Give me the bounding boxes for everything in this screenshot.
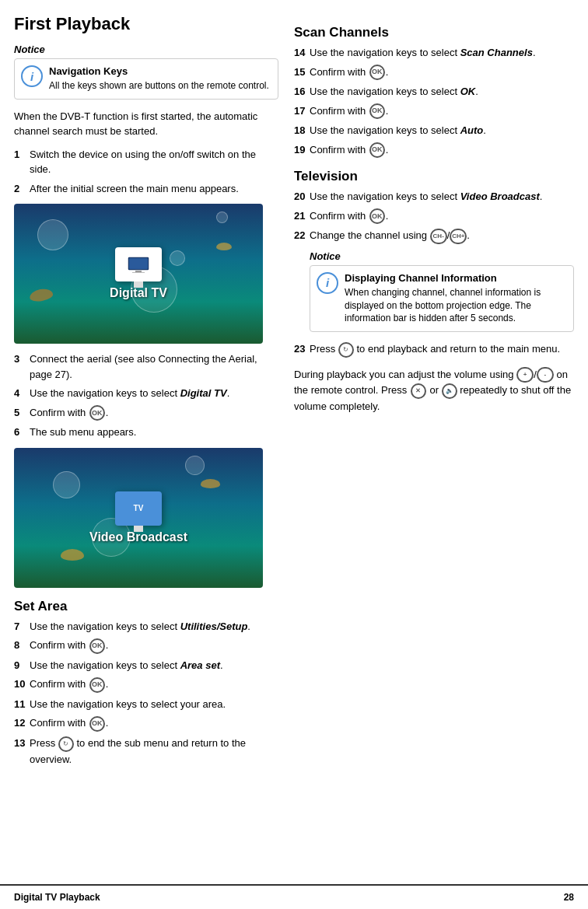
list-item: 19 Confirm with OK.	[294, 142, 574, 159]
notice2-content: Displaying Channel Information When chan…	[345, 272, 567, 325]
intro-text: When the DVB-T function is first started…	[14, 109, 278, 139]
image1-label: Digital TV	[110, 286, 167, 300]
list-item: 11 Use the navigation keys to select you…	[14, 697, 278, 712]
list-item: 4 Use the navigation keys to select Digi…	[14, 386, 278, 401]
vol-up-icon: +	[516, 367, 534, 383]
tv-screen-icon	[115, 247, 162, 281]
list-item: 9 Use the navigation keys to select Area…	[14, 658, 278, 673]
content-area: First Playback Notice i Navigation Keys …	[0, 0, 588, 884]
image2-label: Video Broadcast	[89, 530, 187, 544]
mute-icon2: 🔈	[442, 383, 457, 399]
info-icon2: i	[317, 272, 338, 294]
left-column: First Playback Notice i Navigation Keys …	[14, 14, 278, 853]
list-item: 6 The sub menu appears.	[14, 425, 278, 440]
notice2-label: Notice	[310, 250, 574, 262]
list-item: 20 Use the navigation keys to select Vid…	[294, 189, 574, 205]
svg-rect-3	[132, 272, 145, 273]
notice2-indent: Notice i Displaying Channel Information …	[310, 250, 574, 332]
svg-rect-1	[129, 258, 148, 269]
tv-screen-icon2: TV	[115, 491, 162, 526]
list-item: 2 After the initial screen the main menu…	[14, 181, 278, 197]
scan-channels-title: Scan Channels	[294, 25, 574, 40]
notice-text: All the keys shown are buttons on the re…	[49, 79, 271, 93]
info-icon: i	[21, 65, 43, 87]
footer-right: 28	[564, 892, 574, 903]
list-item: 17 Confirm with OK.	[294, 103, 574, 120]
digital-tv-image: Digital TV	[14, 204, 263, 344]
right-column: Scan Channels 14 Use the navigation keys…	[294, 14, 574, 853]
notice2-title: Displaying Channel Information	[345, 272, 567, 284]
ch-minus-icon: CH-	[430, 229, 447, 244]
ok-icon5: OK	[369, 65, 385, 80]
list-item: 8 Confirm with OK.	[14, 638, 278, 654]
ok-icon8: OK	[369, 208, 385, 224]
list-item: 7 Use the navigation keys to select Util…	[14, 619, 278, 635]
notice2-text: When changing channel, channel informati…	[345, 286, 567, 325]
list-item: 18 Use the navigation keys to select Aut…	[294, 123, 574, 138]
list-item: 15 Confirm with OK.	[294, 65, 574, 81]
tv-icon-wrap: Digital TV	[110, 247, 167, 300]
list-item: 16 Use the navigation keys to select OK.	[294, 84, 574, 100]
svg-rect-2	[135, 271, 142, 272]
ok-icon7: OK	[369, 142, 385, 158]
ch-plus-icon: CH+	[450, 229, 467, 244]
ok-icon2: OK	[89, 638, 105, 654]
list-item: 23 Press ↻ to end playback and return to…	[294, 341, 574, 358]
list-item: 10 Confirm with OK.	[14, 677, 278, 693]
back-icon: ↻	[58, 736, 74, 752]
ok-icon: OK	[89, 405, 105, 421]
set-area-title: Set Area	[14, 599, 278, 614]
footer-bar: Digital TV Playback 28	[0, 884, 588, 909]
list-item: 3 Connect the aerial (see also Connectin…	[14, 351, 278, 382]
back-icon2: ↻	[338, 342, 354, 358]
ok-icon4: OK	[89, 716, 105, 732]
tv-icon-wrap2: TV Video Broadcast	[89, 491, 187, 544]
ok-icon6: OK	[369, 103, 385, 119]
list-item: 5 Confirm with OK.	[14, 405, 278, 421]
notice-title: Navigation Keys	[49, 65, 271, 77]
footer-left: Digital TV Playback	[14, 892, 100, 903]
video-broadcast-image: TV Video Broadcast	[14, 448, 263, 588]
notice-content: Navigation Keys All the keys shown are b…	[49, 65, 271, 93]
vol-down-icon: -	[537, 367, 554, 383]
list-item: 22 Change the channel using CH-/CH+.	[294, 228, 574, 244]
mute-icon: ✕	[411, 383, 426, 399]
list-item: 12 Confirm with OK.	[14, 715, 278, 732]
notice-label: Notice	[14, 44, 278, 55]
page-title: First Playback	[14, 14, 278, 34]
ok-icon3: OK	[89, 677, 105, 693]
list-item: 14 Use the navigation keys to select Sca…	[294, 45, 574, 61]
list-item: 1 Switch the device on using the on/off …	[14, 147, 278, 177]
notice-box: i Navigation Keys All the keys shown are…	[14, 58, 278, 100]
list-item: 13 Press ↻ to end the sub menu and retur…	[14, 736, 278, 767]
footer-playback-text: During playback you can adjust the volum…	[294, 367, 574, 414]
page-container: First Playback Notice i Navigation Keys …	[0, 0, 588, 909]
television-title: Television	[294, 169, 574, 184]
notice2-box: i Displaying Channel Information When ch…	[310, 265, 574, 332]
list-item: 21 Confirm with OK.	[294, 208, 574, 225]
